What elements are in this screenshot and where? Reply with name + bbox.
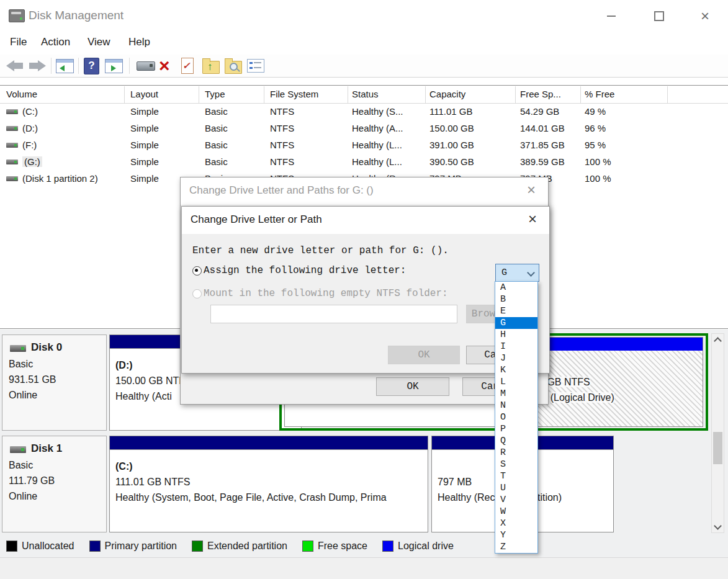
assign-letter-radio[interactable] (192, 266, 202, 276)
dropdown-item[interactable]: J (495, 352, 537, 364)
legend-extended: Extended partition (192, 541, 287, 552)
drive-letter-combobox[interactable]: G (495, 264, 539, 282)
scroll-up-icon[interactable] (712, 334, 724, 345)
dropdown-item[interactable]: B (495, 294, 537, 305)
dropdown-item[interactable]: K (495, 364, 537, 376)
volume-icon (6, 126, 18, 131)
legend-logical: Logical drive (382, 541, 454, 552)
dialog-title-bar: Change Drive Letter and Paths for G: () … (181, 177, 548, 205)
legend-free-space: Free space (302, 541, 367, 552)
mount-path-input[interactable] (210, 305, 457, 323)
action-pane-icon[interactable] (105, 57, 123, 74)
table-row[interactable]: (F:) Simple Basic NTFS Healthy (L... 391… (0, 137, 728, 154)
drive-letter-dropdown: A B E G H I J K L M N O P Q R S T U V W … (495, 281, 538, 554)
menu-view[interactable]: View (88, 36, 110, 48)
disk1-name: Disk 1 (31, 442, 62, 455)
partition-c[interactable]: (C:) 111.01 GB NTFS Healthy (System, Boo… (109, 436, 428, 532)
help-icon[interactable]: ? (84, 57, 99, 74)
table-row-selected[interactable]: (G:) Simple Basic NTFS Healthy (L... 390… (0, 154, 728, 171)
change-letter-icon[interactable]: ↑ (202, 57, 220, 74)
dropdown-item[interactable]: H (495, 329, 537, 341)
disk1-kind: Basic (9, 460, 33, 471)
primary-swatch (89, 541, 101, 552)
explore-icon[interactable] (225, 57, 242, 74)
legend-unallocated: Unallocated (6, 541, 74, 552)
col-pct-free[interactable]: % Free (585, 89, 614, 99)
logical-swatch (382, 541, 393, 552)
minimize-button[interactable] (599, 6, 624, 26)
disk0-label-panel[interactable]: Disk 0 Basic 931.51 GB Online (2, 334, 107, 431)
ok-button[interactable]: OK (376, 377, 449, 396)
legend-bar: Unallocated Primary partition Extended p… (0, 535, 728, 557)
close-button[interactable]: × (693, 6, 717, 26)
extended-swatch (192, 541, 203, 552)
maximize-button[interactable] (647, 6, 672, 26)
dropdown-item[interactable]: S (495, 459, 537, 470)
dropdown-item[interactable]: V (495, 494, 537, 506)
forward-icon[interactable] (27, 57, 46, 74)
menu-bar: File Action View Help (0, 32, 728, 55)
rescan-disks-icon[interactable] (137, 57, 155, 74)
volume-icon (6, 109, 18, 114)
menu-help[interactable]: Help (128, 36, 150, 48)
dropdown-item[interactable]: O (495, 411, 537, 423)
close-icon[interactable]: × (524, 212, 541, 227)
dropdown-item[interactable]: M (495, 388, 537, 400)
dropdown-item[interactable]: L (495, 376, 537, 388)
dropdown-item[interactable]: Y (495, 529, 537, 541)
dropdown-item[interactable]: Z (495, 541, 537, 553)
mount-folder-label: Mount in the following empty NTFS folder… (204, 288, 448, 299)
table-row[interactable]: (C:) Simple Basic NTFS Healthy (S... 111… (0, 104, 728, 120)
mount-folder-radio[interactable] (192, 289, 202, 298)
dropdown-item[interactable]: X (495, 518, 537, 529)
dropdown-item[interactable]: I (495, 341, 537, 352)
dropdown-item[interactable]: N (495, 400, 537, 411)
dropdown-item[interactable]: U (495, 482, 537, 494)
vertical-scrollbar[interactable] (711, 333, 724, 533)
disk-management-window: Disk Management × File Action View Help … (0, 0, 728, 579)
disk1-label-panel[interactable]: Disk 1 Basic 111.79 GB Online (2, 436, 107, 532)
dropdown-item[interactable]: P (495, 423, 537, 435)
col-type[interactable]: Type (205, 89, 225, 99)
disk1-size: 111.79 GB (9, 475, 55, 487)
col-layout[interactable]: Layout (130, 89, 158, 99)
back-icon[interactable] (6, 57, 25, 74)
delete-volume-icon[interactable]: × (159, 57, 170, 74)
dialog-title-bar: Change Drive Letter or Path × (182, 207, 549, 234)
dropdown-item-selected[interactable]: G (495, 317, 537, 329)
col-status[interactable]: Status (352, 89, 379, 99)
close-icon[interactable]: × (523, 182, 539, 197)
disk-icon (10, 446, 26, 453)
disk-drive-icon (9, 9, 25, 22)
col-capacity[interactable]: Capacity (429, 89, 465, 99)
properties-icon[interactable] (247, 57, 264, 74)
dropdown-item[interactable]: R (495, 447, 537, 459)
assign-letter-label: Assign the following drive letter: (204, 265, 406, 276)
dropdown-item[interactable]: W (495, 506, 537, 518)
combo-value: G (501, 267, 507, 278)
disk1-status: Online (9, 491, 37, 502)
dropdown-item[interactable]: Q (495, 435, 537, 447)
window-title: Disk Management (29, 9, 124, 22)
col-file-system[interactable]: File System (270, 89, 318, 99)
disk-icon (10, 345, 26, 352)
dropdown-item[interactable]: E (495, 305, 537, 317)
scroll-down-icon[interactable] (712, 521, 724, 532)
console-tree-icon[interactable] (56, 57, 74, 74)
scrollbar-thumb[interactable] (713, 432, 722, 464)
dialog-title: Change Drive Letter or Path (191, 213, 322, 226)
free-space-swatch (302, 541, 313, 552)
dropdown-item[interactable]: T (495, 470, 537, 482)
mark-active-icon[interactable]: ✓ (181, 57, 194, 74)
table-header: Volume Layout Type File System Status Ca… (0, 86, 728, 104)
dropdown-item[interactable]: A (495, 282, 537, 294)
col-free-space[interactable]: Free Sp... (520, 89, 561, 99)
unallocated-swatch (6, 541, 17, 552)
menu-file[interactable]: File (10, 36, 27, 48)
col-volume[interactable]: Volume (6, 89, 37, 99)
menu-action[interactable]: Action (41, 36, 70, 48)
ok-button[interactable]: OK (388, 346, 460, 364)
table-row[interactable]: (D:) Simple Basic NTFS Healthy (A... 150… (0, 120, 728, 137)
disk0-size: 931.51 GB (9, 374, 56, 385)
dialog-message: Enter a new drive letter or path for G: … (192, 245, 449, 256)
